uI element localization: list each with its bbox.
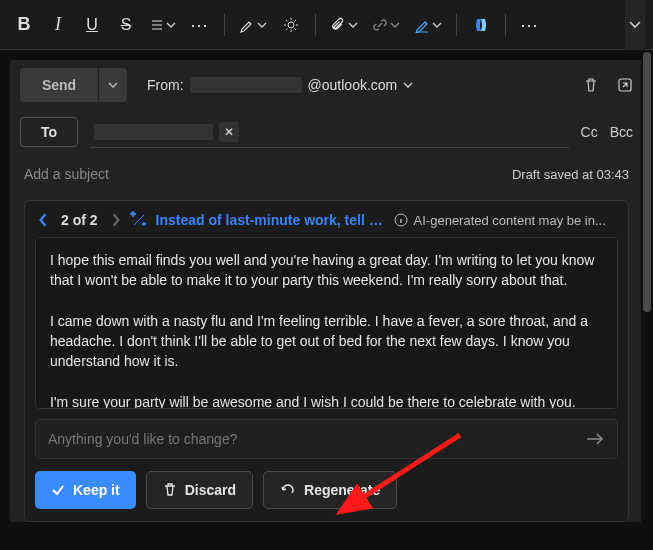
refresh-icon [280,482,296,498]
send-options-button[interactable] [99,68,127,102]
copilot-icon [471,15,491,35]
regenerate-button[interactable]: Regenerate [263,471,397,509]
ai-paragraph: I came down with a nasty flu and I'm fee… [50,311,603,372]
line-spacing-icon [150,18,164,32]
link-button[interactable] [366,7,406,43]
chevron-right-icon [110,213,122,227]
ai-rewrite-icon [130,211,148,229]
toolbar-separator [315,14,316,36]
ai-draft-panel: 2 of 2 Instead of last-minute work, tell… [24,200,629,522]
line-spacing-button[interactable] [144,7,182,43]
link-icon [372,17,388,33]
popout-button[interactable] [617,77,633,93]
wand-icon [130,211,148,229]
chevron-down-icon [108,82,118,88]
ai-paragraph: I hope this email finds you well and you… [50,250,603,291]
delete-draft-button[interactable] [583,77,599,93]
ai-body-text[interactable]: I hope this email finds you well and you… [35,237,618,409]
recipient-redacted: xxxxxxxxxxxxxxxxx [94,124,213,140]
compose-header: Send From: xxxxxxxxxxxxxxxx @outlook.com… [10,60,643,522]
compose-row-subject: Add a subject Draft saved at 03:43 [10,160,643,196]
trash-icon [583,77,599,93]
underline-button[interactable]: U [76,7,108,43]
arrow-right-icon [585,432,605,446]
ai-refine-submit[interactable] [585,432,605,446]
regenerate-label: Regenerate [304,482,380,498]
expand-ribbon-button[interactable] [625,0,645,50]
send-button[interactable]: Send [20,68,98,102]
cc-button[interactable]: Cc [581,124,598,140]
keep-it-button[interactable]: Keep it [35,471,136,509]
toolbar-separator [224,14,225,36]
to-button[interactable]: To [20,117,78,147]
from-address-domain: @outlook.com [308,77,398,93]
ai-refine-placeholder: Anything you'd like to change? [48,431,237,447]
more-options-button[interactable]: ⋯ [514,7,546,43]
check-icon [51,483,65,497]
from-label: From: [147,77,184,93]
signature-button[interactable] [408,7,448,43]
ai-next-button[interactable] [110,213,122,227]
popout-icon [617,77,633,93]
ai-disclaimer-text: AI-generated content may be in... [414,213,606,228]
draft-saved-label: Draft saved at 03:43 [512,167,629,182]
ai-refine-input[interactable]: Anything you'd like to change? [35,419,618,459]
svg-point-0 [288,22,294,28]
to-field[interactable]: xxxxxxxxxxxxxxxxx ✕ [90,116,568,148]
from-address-redacted: xxxxxxxxxxxxxxxx [190,77,302,93]
from-picker[interactable]: xxxxxxxxxxxxxxxx @outlook.com [190,77,414,93]
trash-icon [163,483,177,497]
chevron-left-icon [37,213,49,227]
remove-recipient-button[interactable]: ✕ [219,122,239,142]
ai-suggestion-title[interactable]: Instead of last-minute work, tell hi... [156,212,386,228]
paperclip-icon [330,17,346,33]
chevron-down-icon [348,22,358,28]
bcc-button[interactable]: Bcc [610,124,633,140]
attach-button[interactable] [324,7,364,43]
discard-button[interactable]: Discard [146,471,253,509]
chevron-down-icon [629,21,641,29]
strikethrough-button[interactable]: S [110,7,142,43]
pen-icon [414,17,430,33]
toolbar-separator [505,14,506,36]
formatting-toolbar: B I U S ⋯ ⋯ [0,0,653,50]
ai-actions: Keep it Discard Regenerate [35,471,618,509]
chevron-down-icon [403,82,413,88]
compose-row-to: To xxxxxxxxxxxxxxxxx ✕ Cc Bcc [10,110,643,160]
recipient-chip[interactable]: xxxxxxxxxxxxxxxxx ✕ [94,122,239,142]
info-icon [394,213,408,227]
subject-input[interactable]: Add a subject [24,166,512,182]
more-formatting-button[interactable]: ⋯ [184,7,216,43]
bold-button[interactable]: B [8,7,40,43]
compose-row-send: Send From: xxxxxxxxxxxxxxxx @outlook.com [10,60,643,110]
toolbar-separator [456,14,457,36]
ai-count-label: 2 of 2 [61,212,98,228]
chevron-down-icon [166,22,176,28]
ai-disclaimer[interactable]: AI-generated content may be in... [394,213,606,228]
window-scrollbar[interactable] [641,52,653,550]
discard-label: Discard [185,482,236,498]
keep-it-label: Keep it [73,482,120,498]
chevron-down-icon [257,22,267,28]
chevron-down-icon [390,22,400,28]
sun-icon [283,17,299,33]
italic-button[interactable]: I [42,7,74,43]
chevron-down-icon [432,22,442,28]
copilot-button[interactable] [465,7,497,43]
highlighter-icon [239,17,255,33]
ai-paragraph: I'm sure your party will be awesome and … [50,392,603,409]
highlight-button[interactable] [233,7,273,43]
ai-prev-button[interactable] [37,213,49,227]
brightness-button[interactable] [275,7,307,43]
